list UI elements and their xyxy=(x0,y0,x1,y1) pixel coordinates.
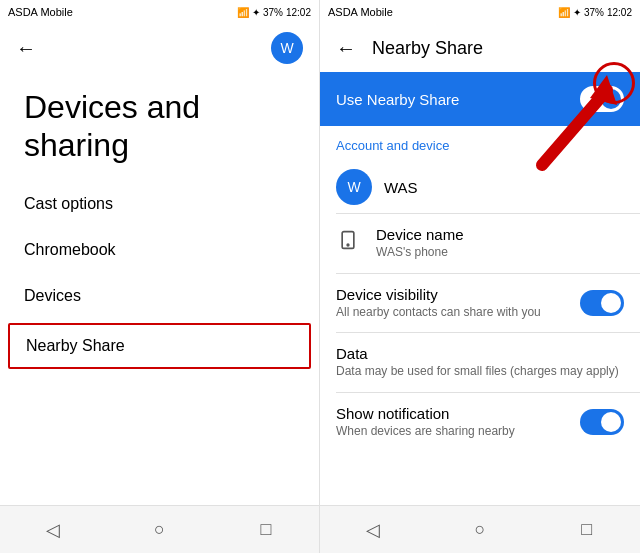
right-nav-back[interactable]: ◁ xyxy=(357,514,389,546)
left-page-title: Devices and sharing xyxy=(0,72,319,173)
device-name-row[interactable]: Device name WAS's phone xyxy=(320,214,640,273)
svg-point-4 xyxy=(347,244,349,246)
left-carrier: ASDA Mobile xyxy=(8,6,73,18)
right-carrier: ASDA Mobile xyxy=(328,6,393,18)
right-bluetooth-icon: ✦ xyxy=(573,7,581,18)
settings-content: Account and device W WAS Device name WAS… xyxy=(320,126,640,505)
left-bottom-nav: ◁ ○ □ xyxy=(0,505,319,553)
right-panel: ASDA Mobile 📶 ✦ 37% 12:02 ← Nearby Share… xyxy=(320,0,640,553)
account-avatar: W xyxy=(336,169,372,205)
left-top-bar: ← W xyxy=(0,24,319,72)
right-time: 12:02 xyxy=(607,7,632,18)
notification-toggle-thumb xyxy=(601,412,621,432)
left-nav-home[interactable]: ○ xyxy=(143,514,175,546)
right-top-bar: ← Nearby Share xyxy=(320,24,640,72)
device-icon xyxy=(336,228,360,252)
device-name-subtitle: WAS's phone xyxy=(376,245,624,261)
left-back-button[interactable]: ← xyxy=(16,37,36,60)
visibility-toggle-thumb xyxy=(601,293,621,313)
menu-item-nearby-share[interactable]: Nearby Share xyxy=(8,323,311,369)
menu-item-chromebook[interactable]: Chromebook xyxy=(0,227,319,273)
left-status-bar: ASDA Mobile 📶 ✦ 37% 12:02 xyxy=(0,0,319,24)
data-row[interactable]: Data Data may be used for small files (c… xyxy=(320,333,640,392)
right-nav-home[interactable]: ○ xyxy=(464,514,496,546)
data-left: Data Data may be used for small files (c… xyxy=(336,345,624,380)
right-page-title: Nearby Share xyxy=(372,38,483,59)
use-nearby-label: Use Nearby Share xyxy=(336,91,459,108)
notification-left: Show notification When devices are shari… xyxy=(336,405,580,440)
data-title: Data xyxy=(336,345,624,362)
visibility-subtitle: All nearby contacts can share with you xyxy=(336,305,580,321)
left-battery: 37% xyxy=(263,7,283,18)
notification-row[interactable]: Show notification When devices are shari… xyxy=(320,393,640,452)
notification-text: Show notification When devices are shari… xyxy=(336,405,580,440)
data-text: Data Data may be used for small files (c… xyxy=(336,345,624,380)
account-name: WAS xyxy=(384,179,418,196)
left-avatar: W xyxy=(271,32,303,64)
left-time: 12:02 xyxy=(286,7,311,18)
left-menu-list: Cast options Chromebook Devices Nearby S… xyxy=(0,173,319,505)
visibility-toggle[interactable] xyxy=(580,290,624,316)
notification-title: Show notification xyxy=(336,405,580,422)
toggle-thumb xyxy=(601,89,621,109)
device-name-left: Device name WAS's phone xyxy=(336,226,624,261)
right-bottom-nav: ◁ ○ □ xyxy=(320,505,640,553)
notification-toggle[interactable] xyxy=(580,409,624,435)
visibility-text: Device visibility All nearby contacts ca… xyxy=(336,286,580,321)
device-name-title: Device name xyxy=(376,226,624,243)
account-section: Account and device xyxy=(320,126,640,161)
right-status-icons: 📶 ✦ 37% 12:02 xyxy=(558,7,632,18)
right-battery: 37% xyxy=(584,7,604,18)
left-panel: ASDA Mobile 📶 ✦ 37% 12:02 ← W Devices an… xyxy=(0,0,320,553)
left-nav-recents[interactable]: □ xyxy=(250,514,282,546)
use-nearby-row[interactable]: Use Nearby Share xyxy=(320,72,640,126)
left-bluetooth-icon: ✦ xyxy=(252,7,260,18)
menu-item-cast[interactable]: Cast options xyxy=(0,181,319,227)
device-visibility-row[interactable]: Device visibility All nearby contacts ca… xyxy=(320,274,640,333)
left-nav-back[interactable]: ◁ xyxy=(37,514,69,546)
account-section-label: Account and device xyxy=(336,138,624,153)
visibility-title: Device visibility xyxy=(336,286,580,303)
notification-subtitle: When devices are sharing nearby xyxy=(336,424,580,440)
right-status-bar: ASDA Mobile 📶 ✦ 37% 12:02 xyxy=(320,0,640,24)
left-signal-icon: 📶 xyxy=(237,7,249,18)
use-nearby-toggle[interactable] xyxy=(580,86,624,112)
left-status-icons: 📶 ✦ 37% 12:02 xyxy=(237,7,311,18)
menu-item-devices[interactable]: Devices xyxy=(0,273,319,319)
right-back-button[interactable]: ← xyxy=(336,37,356,60)
device-name-text: Device name WAS's phone xyxy=(376,226,624,261)
visibility-left: Device visibility All nearby contacts ca… xyxy=(336,286,580,321)
account-row[interactable]: W WAS xyxy=(320,161,640,213)
data-subtitle: Data may be used for small files (charge… xyxy=(336,364,624,380)
right-nav-recents[interactable]: □ xyxy=(571,514,603,546)
right-signal-icon: 📶 xyxy=(558,7,570,18)
